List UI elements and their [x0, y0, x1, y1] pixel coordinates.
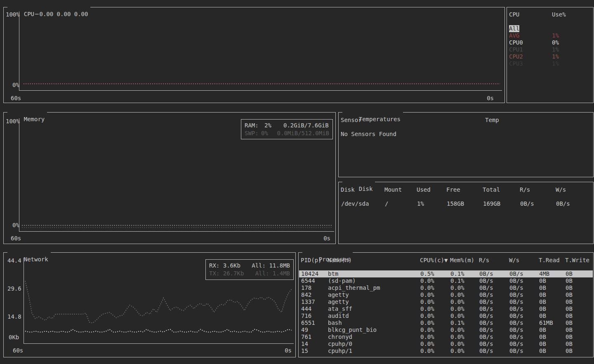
cpu-legend-row-cpu0[interactable]: CPU00%	[507, 39, 593, 46]
cpu-legend-header: CPU Use%	[507, 11, 593, 18]
process-row[interactable]: 14cpuhp/00.0%0.0%0B/s0B/s0B0B	[299, 341, 593, 348]
process-row-cell: 0.0%	[420, 277, 434, 284]
rx-all-label: All:	[252, 262, 266, 269]
process-row[interactable]: 6544(sd-pam)0.0%0.1%0B/s0B/s0B0B	[299, 277, 593, 284]
cpu-chart-plot	[19, 12, 502, 91]
cpu-legend-name: CPU2	[509, 53, 523, 60]
process-row-cell: 0B/s	[509, 312, 523, 319]
process-row-cell: 0B/s	[479, 326, 493, 333]
process-col-5[interactable]: R/s	[479, 257, 489, 264]
memory-legend-ram-row: RAM: 2% 0.2GiB/7.6GiB	[245, 122, 329, 129]
cpu-legend-row-avg[interactable]: AVG1%	[507, 32, 593, 39]
process-row-cell: 49	[301, 326, 308, 333]
disk-rows: /dev/sda/1%158GB169GB0B/s0B/s	[339, 200, 593, 207]
process-row-cell: agetty	[328, 298, 349, 305]
process-row-cell: 0B	[566, 270, 573, 277]
tx-value: 26.7Kb	[223, 270, 244, 277]
cpu-legend-row-cpu2[interactable]: CPU21%	[507, 53, 593, 60]
process-row-cell: 0B	[539, 284, 546, 291]
process-row[interactable]: 761chronyd0.0%0.0%0B/s0B/s0B0B	[299, 333, 593, 341]
process-row-cell: ata_sff	[328, 305, 352, 312]
process-row-cell: 0B	[539, 341, 546, 348]
process-row[interactable]: 49blkcg_punt_bio0.0%0.0%0B/s0B/s0B0B	[299, 326, 593, 333]
process-row-cell: 0B/s	[509, 319, 523, 326]
cpu-legend-use: 1%	[552, 32, 559, 39]
process-row-cell: 0.1%	[450, 270, 464, 277]
process-row[interactable]: 1337agetty0.0%0.0%0B/s0B/s0B0B	[299, 298, 593, 305]
process-row-cell: 61MB	[539, 319, 553, 326]
memory-y-min-label: 0%	[12, 222, 19, 229]
process-row[interactable]: 716auditd0.0%0.0%0B/s0B/s0B0B	[299, 312, 593, 319]
disk-col-4: Free	[446, 186, 460, 193]
network-y-label-2: 14.8	[7, 313, 21, 320]
process-row[interactable]: 178acpi_thermal_pm0.0%0.0%0B/s0B/s0B0B	[299, 284, 593, 291]
process-row-cell: blkcg_punt_bio	[328, 326, 377, 333]
process-row-cell: 0B	[566, 277, 573, 284]
process-row-cell: 0B/s	[479, 298, 493, 305]
processes-panel: Processes PID(p)Name(n)CPU%(c)▼Mem%(m)R/…	[298, 252, 594, 357]
disk-col-3: Used	[417, 186, 431, 193]
network-legend-rx-row: RX: 3.6Kb All: 11.8MB	[209, 262, 290, 270]
process-row-cell: 0B	[566, 291, 573, 298]
cpu-legend-use: 1%	[552, 53, 559, 60]
process-row-cell: (sd-pam)	[328, 277, 356, 284]
process-table-rows: 10424btm0.5%0.1%0B/s0B/s4MB0B6544(sd-pam…	[299, 270, 593, 355]
process-row-cell: 0B	[566, 284, 573, 291]
cpu-legend-panel: CPU Use% AllAVG1%CPU00%CPU11%CPU21%CPU31…	[507, 7, 594, 103]
process-col-8[interactable]: T.Write	[565, 257, 589, 264]
cpu-legend-col-cpu: CPU	[509, 11, 519, 18]
process-row-cell: 0.0%	[420, 333, 434, 341]
disk-row[interactable]: /dev/sda/1%158GB169GB0B/s0B/s	[339, 200, 593, 207]
process-row[interactable]: 842agetty0.0%0.0%0B/s0B/s0B0B	[299, 291, 593, 298]
process-col-1[interactable]: PID(p)	[301, 257, 322, 264]
process-row-cell: 0B/s	[479, 348, 493, 355]
process-col-3[interactable]: CPU%(c)▼	[420, 257, 448, 264]
process-row-cell: 0B/s	[479, 319, 493, 326]
process-row-cell: 0B	[539, 298, 546, 305]
temps-col-temp: Temp	[485, 117, 499, 124]
process-col-7[interactable]: T.Read	[539, 257, 560, 264]
process-row[interactable]: 6551bash0.0%0.1%0B/s0B/s61MB0B	[299, 319, 593, 326]
process-row-cell: 0.0%	[420, 341, 434, 348]
process-row-cell: 0B/s	[509, 326, 523, 333]
disk-row-cell: 0B/s	[556, 200, 570, 207]
process-row-cell: 0B	[566, 333, 573, 341]
disk-row-cell: /	[385, 200, 388, 207]
process-row-cell: 0.0%	[450, 305, 464, 312]
cpu-legend-row-all[interactable]: All	[507, 25, 593, 32]
disk-row-cell: 1%	[417, 200, 424, 207]
process-row-cell: 0.0%	[420, 312, 434, 319]
process-row-cell: 0B/s	[509, 284, 523, 291]
memory-legend-swap-row: SWP: 0% 0.0MiB/512.0MiB	[245, 129, 329, 137]
process-row-cell: 0B/s	[509, 333, 523, 341]
process-row-cell: 0B/s	[479, 305, 493, 312]
process-row[interactable]: 444ata_sff0.0%0.0%0B/s0B/s0B0B	[299, 305, 593, 312]
process-row-cell: 0.0%	[420, 319, 434, 326]
process-col-4[interactable]: Mem%(m)	[450, 257, 474, 264]
process-row-cell: 0.0%	[450, 348, 464, 355]
process-row-cell: 1337	[301, 298, 315, 305]
cpu-usage-chart	[19, 12, 501, 89]
process-row-cell: 0.5%	[420, 270, 434, 277]
process-row-cell: 0.0%	[450, 326, 464, 333]
cpu-legend-row-cpu1[interactable]: CPU11%	[507, 46, 593, 53]
process-col-6[interactable]: W/s	[509, 257, 519, 264]
process-row[interactable]: 15cpuhp/10.0%0.0%0B/s0B/s0B0B	[299, 348, 593, 355]
cpu-chart-panel: CPU─0.00 0.00 0.00 100% 0% 60s 0s	[3, 7, 505, 103]
ram-percent: 2%	[264, 122, 283, 129]
process-row-cell: 0B	[566, 326, 573, 333]
rx-group: RX: 3.6Kb	[209, 262, 240, 269]
process-row[interactable]: 10424btm0.5%0.1%0B/s0B/s4MB0B	[299, 270, 593, 277]
process-col-2[interactable]: Name(n)	[328, 257, 352, 264]
process-row-cell: 761	[301, 333, 311, 341]
cpu-legend-row-cpu3[interactable]: CPU31%	[507, 60, 593, 67]
rx-all-value: 11.8MB	[269, 262, 290, 269]
tx-all-value: 1.4MB	[273, 270, 290, 277]
network-y-label-3: 0Kb	[9, 334, 19, 341]
process-row-cell: 6544	[301, 277, 315, 284]
process-row-cell: 0B	[539, 312, 546, 319]
process-row-cell: 6551	[301, 319, 315, 326]
memory-y-max-label: 100%	[6, 118, 20, 125]
ram-value: 0.2GiB/7.6GiB	[283, 122, 329, 129]
process-row-cell: 0B	[566, 319, 573, 326]
